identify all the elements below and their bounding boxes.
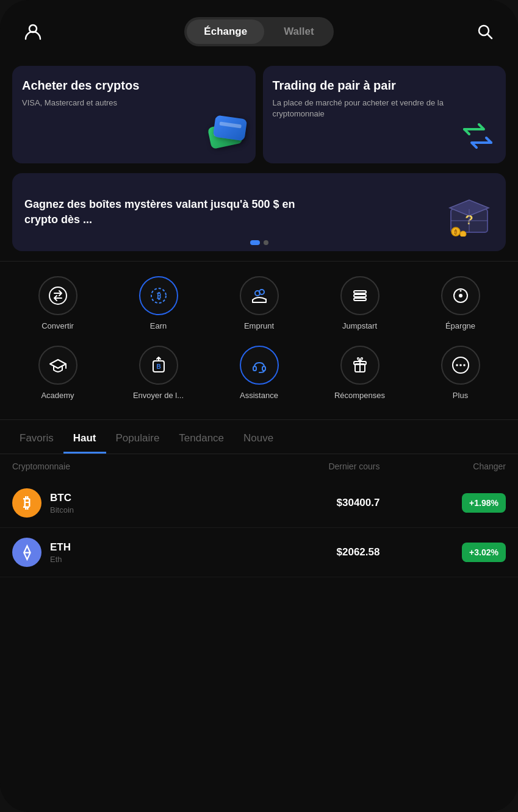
profile-icon[interactable] (20, 18, 46, 45)
col-header-crypto: Cryptomonnaie (12, 461, 222, 471)
card-trading-icon-area (459, 121, 496, 154)
assistance-icon (240, 346, 279, 385)
section-divider (0, 261, 518, 262)
header: Échange Wallet (0, 0, 518, 56)
feature-send[interactable]: B Envoyer de l... (108, 346, 209, 401)
btc-info: ₿ BTC Bitcoin (12, 488, 222, 518)
search-icon[interactable] (472, 18, 498, 45)
tab-populaire[interactable]: Populaire (106, 422, 170, 454)
card-buy-crypto[interactable]: Acheter des cryptos VISA, Mastercard et … (12, 66, 256, 163)
btc-change: +1.98% (380, 493, 506, 513)
assistance-label: Assistance (240, 391, 278, 401)
table-row[interactable]: ⟠ ETH Eth $2062.58 +3.02% (0, 528, 518, 577)
card-buy-subtitle: VISA, Mastercard et autres (22, 98, 246, 109)
btc-symbol: BTC (50, 492, 74, 504)
market-section: Favoris Haut Populaire Tendance Nouve Cr… (0, 422, 518, 812)
promo-banner[interactable]: Gagnez des boîtes mystères valant jusqu'… (12, 173, 506, 251)
emprunt-label: Emprunt (244, 321, 274, 331)
features-row-2: Academy B Envoyer de l... (7, 346, 511, 401)
svg-text:₿: ₿ (454, 229, 457, 235)
feature-plus[interactable]: Plus (410, 346, 511, 401)
card-buy-icon-area (209, 117, 246, 154)
emprunt-icon (240, 276, 279, 315)
academy-label: Academy (41, 391, 74, 401)
btc-price: $30400.7 (222, 497, 380, 509)
tab-wallet[interactable]: Wallet (267, 20, 331, 44)
cards-row: Acheter des cryptos VISA, Mastercard et … (0, 56, 518, 173)
eth-change: +3.02% (380, 543, 506, 562)
plus-label: Plus (453, 391, 468, 401)
tab-echange[interactable]: Échange (187, 20, 264, 44)
feature-convertir[interactable]: Convertir (7, 276, 108, 331)
svg-point-20 (459, 290, 461, 292)
svg-point-33 (463, 364, 466, 366)
svg-rect-15 (354, 291, 366, 293)
tab-switcher: Échange Wallet (184, 17, 333, 46)
svg-marker-21 (50, 360, 66, 368)
eth-change-badge: +3.02% (462, 543, 506, 562)
btc-avatar: ₿ (12, 488, 41, 518)
card-buy-title: Acheter des cryptos (22, 78, 246, 93)
table-header: Cryptomonnaie Dernier cours Changer (0, 454, 518, 479)
btc-name: Bitcoin (50, 505, 74, 515)
card-trading[interactable]: Trading de pair à pair La place de march… (263, 66, 506, 163)
market-divider (0, 419, 518, 420)
tab-nouve[interactable]: Nouve (234, 422, 283, 454)
eth-price: $2062.58 (222, 546, 380, 558)
convertir-icon (38, 276, 77, 315)
svg-rect-26 (262, 366, 265, 371)
feature-earn[interactable]: ₿ Earn (108, 276, 209, 331)
feature-epargne[interactable]: Épargne (410, 276, 511, 331)
jumpstart-icon (340, 276, 380, 315)
banner-dots (250, 240, 268, 245)
banner-image: ? ₿ (445, 188, 494, 237)
feature-jumpstart[interactable]: Jumpstart (309, 276, 410, 331)
jumpstart-label: Jumpstart (342, 321, 377, 331)
dot-2 (264, 240, 268, 245)
features-row-1: Convertir ₿ Earn (7, 276, 511, 331)
tab-favoris[interactable]: Favoris (10, 422, 63, 454)
svg-text:B: B (156, 363, 160, 370)
btc-change-badge: +1.98% (462, 493, 506, 513)
tab-tendance[interactable]: Tendance (169, 422, 234, 454)
svg-point-31 (456, 364, 458, 366)
send-icon: B (139, 346, 178, 385)
eth-symbol: ETH (50, 541, 71, 554)
tab-haut[interactable]: Haut (63, 422, 106, 454)
banner-text: Gagnez des boîtes mystères valant jusqu'… (24, 197, 329, 227)
svg-point-7 (460, 231, 466, 237)
recompenses-label: Récompenses (334, 391, 385, 401)
table-row[interactable]: ₿ BTC Bitcoin $30400.7 +1.98% (0, 479, 518, 528)
svg-point-32 (459, 364, 462, 366)
col-header-price: Dernier cours (222, 461, 380, 471)
dot-1 (250, 240, 260, 245)
plus-icon (441, 346, 480, 385)
feature-assistance[interactable]: Assistance (209, 346, 309, 401)
send-label: Envoyer de l... (133, 391, 184, 401)
epargne-label: Épargne (445, 321, 475, 331)
convertir-label: Convertir (41, 321, 74, 331)
epargne-icon (441, 276, 480, 315)
feature-emprunt[interactable]: Emprunt (209, 276, 309, 331)
earn-icon: ₿ (139, 276, 178, 315)
col-header-change: Changer (380, 461, 506, 471)
card-trading-subtitle: La place de marché pour acheter et vendr… (273, 98, 497, 119)
card-trading-title: Trading de pair à pair (273, 78, 497, 93)
svg-rect-16 (354, 294, 366, 297)
svg-rect-25 (253, 366, 256, 371)
recompenses-icon (340, 346, 380, 385)
academy-icon (38, 346, 77, 385)
svg-point-19 (459, 294, 462, 297)
svg-point-10 (49, 287, 67, 304)
svg-rect-17 (354, 298, 366, 301)
eth-name: Eth (50, 555, 71, 564)
market-tabs: Favoris Haut Populaire Tendance Nouve (0, 422, 518, 454)
earn-label: Earn (150, 321, 167, 331)
svg-text:₿: ₿ (156, 291, 160, 301)
eth-info: ⟠ ETH Eth (12, 538, 222, 567)
eth-avatar: ⟠ (12, 538, 41, 567)
feature-recompenses[interactable]: Récompenses (309, 346, 410, 401)
phone-container: Échange Wallet Acheter des cryptos VISA,… (0, 0, 518, 812)
feature-academy[interactable]: Academy (7, 346, 108, 401)
features-section: Convertir ₿ Earn (0, 264, 518, 419)
